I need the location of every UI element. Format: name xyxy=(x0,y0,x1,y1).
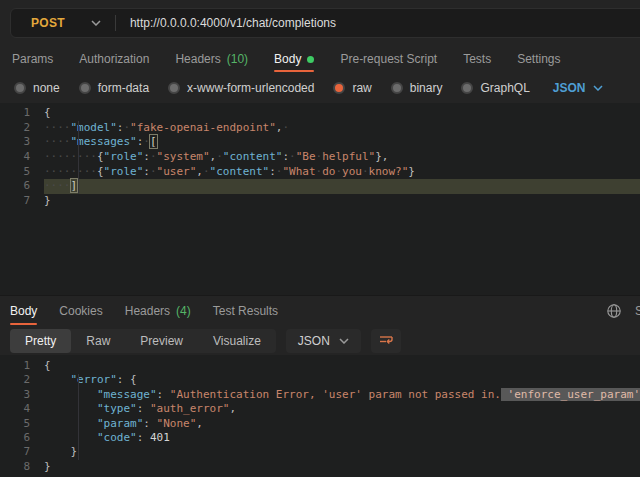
code-token: : xyxy=(143,165,150,178)
code-line[interactable]: 4 "type": "auth_error", xyxy=(0,402,640,416)
view-raw[interactable]: Raw xyxy=(71,329,125,353)
view-visualize[interactable]: Visualize xyxy=(198,329,276,353)
radio-raw[interactable]: raw xyxy=(333,81,371,95)
code-token: } xyxy=(71,445,78,458)
code-token: "system" xyxy=(157,150,210,163)
code-token: "type" xyxy=(97,402,137,415)
radio-binary[interactable]: binary xyxy=(391,81,443,95)
code-token: { xyxy=(97,150,104,163)
code-token: "What xyxy=(282,165,315,178)
code-line[interactable]: 7} xyxy=(0,194,640,209)
response-tabs: Body Cookies Headers(4) Test Results S xyxy=(0,295,640,325)
radio-none[interactable]: none xyxy=(14,81,60,95)
indent-guide xyxy=(78,121,79,194)
code-text: "param": "None", xyxy=(44,417,203,431)
response-language-select[interactable]: JSON xyxy=(286,329,361,353)
code-token: know?" xyxy=(369,165,409,178)
wrap-text-button[interactable] xyxy=(371,329,401,353)
globe-icon[interactable] xyxy=(606,303,622,322)
headers-count-badge: (4) xyxy=(176,304,191,318)
code-line[interactable]: 6 "code": 401 xyxy=(0,431,640,445)
response-tab-test-results[interactable]: Test Results xyxy=(213,296,278,325)
code-line[interactable]: 7 } xyxy=(0,445,640,459)
code-token: : xyxy=(269,165,276,178)
code-token: · xyxy=(216,150,223,163)
url-input[interactable]: http://0.0.0.0:4000/v1/chat/completions xyxy=(116,16,336,30)
view-preview[interactable]: Preview xyxy=(125,329,198,353)
code-token: "auth_error" xyxy=(150,402,229,415)
view-mode-group: Pretty Raw Preview Visualize xyxy=(10,329,276,353)
code-token: : xyxy=(157,388,170,401)
code-token: "Be xyxy=(296,150,316,163)
tab-settings[interactable]: Settings xyxy=(517,46,560,72)
code-line[interactable]: 5········{"role":·"user",·"content":·"Wh… xyxy=(0,165,640,180)
line-number: 6 xyxy=(0,431,44,445)
radio-form-data[interactable]: form-data xyxy=(79,81,149,95)
code-token: · xyxy=(143,135,150,148)
code-token: { xyxy=(97,165,104,178)
line-number: 6 xyxy=(0,179,44,194)
response-code-editor[interactable]: 1{2 "error": {3 "message": "Authenticati… xyxy=(0,355,640,477)
code-text: ····"model":·"fake-openai-endpoint",· xyxy=(44,121,289,136)
code-token: } xyxy=(408,165,415,178)
code-line[interactable]: 2 "error": { xyxy=(0,373,640,387)
url-bar: POST http://0.0.0.0:4000/v1/chat/complet… xyxy=(10,8,640,38)
response-tab-cookies[interactable]: Cookies xyxy=(59,296,102,325)
code-text: } xyxy=(44,445,77,459)
active-tab-underline xyxy=(274,70,314,72)
line-number: 2 xyxy=(0,121,44,136)
line-number: 5 xyxy=(0,417,44,431)
code-token: { xyxy=(44,106,51,119)
radio-graphql[interactable]: GraphQL xyxy=(461,81,529,95)
code-token: "Authentication Error, 'user' param not … xyxy=(170,388,501,401)
code-token: · xyxy=(362,165,369,178)
active-tab-underline xyxy=(10,323,37,325)
code-token: "message" xyxy=(97,388,157,401)
tab-body[interactable]: Body xyxy=(274,46,314,72)
radio-icon xyxy=(461,82,473,94)
code-token: · xyxy=(150,165,157,178)
code-token: "role" xyxy=(104,150,144,163)
code-line[interactable]: 6····] xyxy=(0,179,640,194)
code-line[interactable]: 8} xyxy=(0,460,640,474)
tab-params[interactable]: Params xyxy=(12,46,53,72)
chevron-down-icon xyxy=(91,20,101,26)
code-text: ····] xyxy=(44,179,77,194)
request-tabs: Params Authorization Headers(10) Body Pr… xyxy=(12,46,561,72)
code-text: "message": "Authentication Error, 'user'… xyxy=(44,388,640,402)
tab-tests[interactable]: Tests xyxy=(463,46,491,72)
method-selector[interactable]: POST xyxy=(11,16,115,30)
line-number: 8 xyxy=(0,460,44,474)
code-token: ···· xyxy=(44,135,71,148)
code-line[interactable]: 2····"model":·"fake-openai-endpoint",· xyxy=(0,121,640,136)
tab-headers[interactable]: Headers(10) xyxy=(175,46,248,72)
code-line[interactable]: 4········{"role":·"system",·"content":·"… xyxy=(0,150,640,165)
code-text: ········{"role":·"user",·"content":·"Wha… xyxy=(44,165,415,180)
response-tab-body[interactable]: Body xyxy=(10,296,37,325)
line-number: 7 xyxy=(0,445,44,459)
code-token xyxy=(44,431,97,444)
code-text: "code": 401 xyxy=(44,431,170,445)
code-token: }, xyxy=(375,150,388,163)
code-line[interactable]: 3 "message": "Authentication Error, 'use… xyxy=(0,388,640,402)
code-line[interactable]: 5 "param": "None", xyxy=(0,417,640,431)
postman-dark-ui: { "url_bar": { "method": "POST", "url": … xyxy=(0,0,640,477)
code-token: , xyxy=(229,402,236,415)
code-text: ········{"role":·"system",·"content":·"B… xyxy=(44,150,388,165)
code-line[interactable]: 3····"messages":·[ xyxy=(0,135,640,150)
response-tab-headers[interactable]: Headers(4) xyxy=(125,296,191,325)
code-line[interactable]: 1{ xyxy=(0,359,640,373)
code-token: ···· xyxy=(44,121,71,134)
tab-pre-request-script[interactable]: Pre-request Script xyxy=(340,46,437,72)
radio-x-www-form-urlencoded[interactable]: x-www-form-urlencoded xyxy=(168,81,314,95)
code-token: 'enforce_user_param'=True" xyxy=(501,388,640,401)
request-language-select[interactable]: JSON xyxy=(553,81,603,95)
code-token: helpful" xyxy=(322,150,375,163)
view-pretty[interactable]: Pretty xyxy=(10,329,71,353)
request-code-editor[interactable]: 1{2····"model":·"fake-openai-endpoint",·… xyxy=(0,103,640,295)
tab-authorization[interactable]: Authorization xyxy=(79,46,149,72)
code-line[interactable]: 1{ xyxy=(0,106,640,121)
line-number: 4 xyxy=(0,402,44,416)
code-text: } xyxy=(44,194,51,209)
body-type-row: none form-data x-www-form-urlencoded raw… xyxy=(14,76,603,100)
